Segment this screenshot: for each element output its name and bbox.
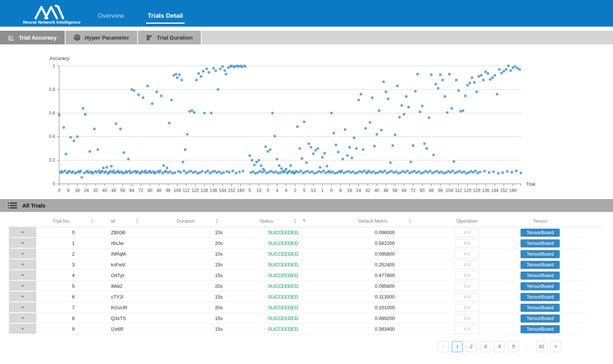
cell-tensor: TensorBoard [494,281,586,291]
cell-id: iMdi2 [110,281,158,291]
kill-button[interactable]: Kill [455,293,479,301]
sort-arrows-icon[interactable] [293,219,297,223]
subtab-trial-accuracy[interactable]: Trial Accuracy [0,31,65,44]
cell-operation: Kill [440,313,494,324]
svg-text:5: 5 [249,188,251,193]
svg-text:40: 40 [374,188,380,193]
kill-button[interactable]: Kill [455,239,479,247]
svg-text:0.6: 0.6 [49,111,55,116]
sort-arrows-icon[interactable] [91,219,94,223]
svg-text:8: 8 [339,188,342,193]
tensorboard-button[interactable]: TensorBoard [521,272,560,280]
tensorboard-button[interactable]: TensorBoard [521,314,560,323]
row-expander[interactable]: + [9,313,36,324]
sort-arrows-icon[interactable] [215,219,219,223]
cell-trial-no: 4 [36,270,110,281]
cell-operation: Kill [440,260,494,270]
svg-text:112: 112 [183,188,190,193]
subtab-trial-duration[interactable]: Trial Duration [138,31,202,44]
kill-button[interactable]: Kill [455,304,479,312]
row-expander[interactable]: + [9,291,36,302]
cell-duration: 15s [158,260,237,270]
kill-button[interactable]: Kill [455,314,479,323]
cell-id: KGsUR [110,303,158,313]
cell-status: SUCCEEDED [237,324,329,334]
scatter-plot-icon [8,34,15,41]
column-header-status[interactable]: Status [237,218,329,224]
cell-default-metric: 0.252400 [329,260,440,270]
row-expander[interactable]: + [9,270,36,281]
view-switch-bar: Trial Accuracy Hyper Parameter Trial Dur… [0,31,613,44]
table-row: + 4 O4TpI 15s SUCCEEDED 0.477800 Kill Te… [9,270,604,281]
column-header-operation: Operation [440,218,494,224]
svg-text:64: 64 [129,188,135,193]
tensorboard-button[interactable]: TensorBoard [521,261,560,269]
cell-default-metric: 0.089200 [329,313,440,324]
cell-status: SUCCEEDED [237,228,329,238]
kill-button[interactable]: Kill [455,325,479,333]
cell-duration: 10s [158,249,237,259]
cell-id: iNRqM [110,249,158,259]
column-header-trial-no-[interactable]: Trial No. [36,218,110,224]
cell-operation: Kill [440,228,494,238]
cell-duration: 15s [158,324,237,334]
sort-arrows-icon[interactable] [135,219,139,223]
svg-text:64: 64 [401,188,407,193]
kill-button[interactable]: Kill [455,272,479,280]
tensorboard-button[interactable]: TensorBoard [521,304,560,312]
filter-funnel-icon[interactable] [302,219,306,223]
section-title: All Trials [22,202,46,209]
cell-duration: 20s [158,281,237,291]
tensorboard-button[interactable]: TensorBoard [521,282,560,290]
kill-button[interactable]: Kill [455,229,479,237]
svg-text:32: 32 [365,188,370,193]
subtab-hyper-parameter[interactable]: Hyper Parameter [65,31,138,44]
tensorboard-button[interactable]: TensorBoard [521,229,560,237]
cell-trial-no: 1 [36,238,110,249]
svg-text:0: 0 [58,188,61,193]
column-header-duration[interactable]: Duration [158,218,237,224]
kill-button[interactable]: Kill [455,250,479,258]
nni-logo: Neural Network Intelligence [23,4,81,24]
tensorboard-button[interactable]: TensorBoard [521,250,560,258]
row-expander[interactable]: + [9,249,36,259]
row-expander[interactable]: + [9,227,36,238]
svg-text:120: 120 [464,188,471,193]
row-expander[interactable]: + [9,324,36,334]
page-button-4[interactable]: 4 [494,341,505,352]
page-button-2[interactable]: 2 [466,341,477,352]
tensorboard-button[interactable]: TensorBoard [521,293,560,301]
cell-tensor: TensorBoard [494,303,586,313]
page-button-3[interactable]: 3 [480,341,491,352]
column-header-tensor: Tensor [494,218,586,224]
column-header-default-metric[interactable]: Default Metric [329,218,440,224]
tab-overview[interactable]: Overview [96,12,125,24]
trial-accuracy-chart-section: 00.20.40.60.8108162432404856647280889610… [0,44,613,198]
prev-page-button[interactable]: < [438,341,449,352]
page-ellipsis[interactable]: ··· [522,341,533,352]
tensorboard-button[interactable]: TensorBoard [521,325,560,333]
svg-text:48: 48 [383,188,388,193]
row-expander[interactable]: + [9,302,36,313]
column-label: Status [260,218,273,224]
row-expander[interactable]: + [9,259,36,270]
tensorboard-button[interactable]: TensorBoard [521,239,560,247]
kill-button[interactable]: Kill [455,261,479,269]
table-row: + 9 I2x6R 15s SUCCEEDED 0.393400 Kill Te… [9,324,604,334]
svg-text:0: 0 [330,188,333,193]
table-row: + 5 iMdi2 20s SUCCEEDED 0.095800 Kill Te… [9,281,604,291]
svg-text:152: 152 [500,188,508,193]
next-page-button[interactable]: > [550,341,561,352]
row-expander[interactable]: + [9,281,36,291]
page-button-5[interactable]: 5 [508,341,519,352]
tab-trials-detail[interactable]: Trials Detail [146,12,184,24]
page-button-42[interactable]: 42 [536,341,547,352]
kill-button[interactable]: Kill [455,282,479,290]
sort-arrows-icon[interactable] [408,219,411,223]
row-expander[interactable]: + [9,238,36,249]
cell-default-metric: 0.101000 [329,303,440,313]
cell-default-metric: 0.477800 [329,270,440,281]
cell-duration: 20s [158,303,237,313]
page-button-1[interactable]: 1 [452,341,463,352]
column-header-id[interactable]: Id [110,218,158,224]
